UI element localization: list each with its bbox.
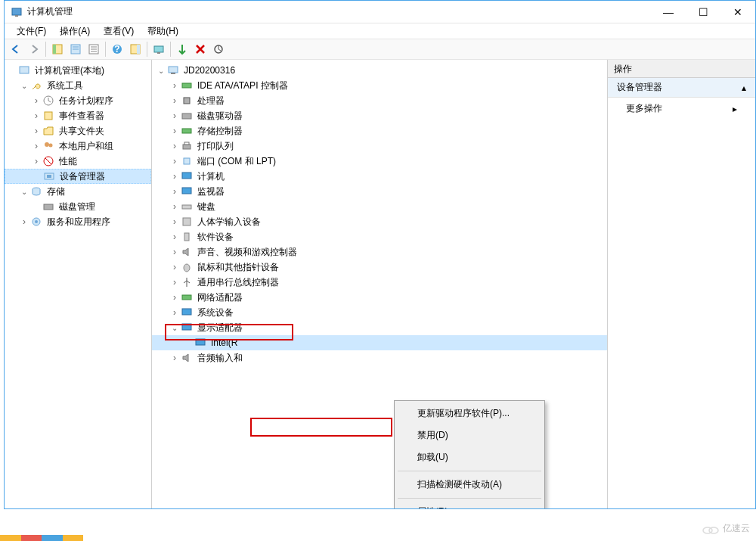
services-icon xyxy=(30,216,42,228)
device-ports[interactable]: 端口 (COM 和 LPT) xyxy=(152,154,607,169)
cpu-icon xyxy=(181,95,193,107)
cm-update-driver[interactable]: 更新驱动程序软件(P)... xyxy=(396,403,543,424)
cm-properties[interactable]: 属性(R) xyxy=(396,501,543,508)
svg-point-50 xyxy=(709,527,718,533)
device-root[interactable]: JD20200316 xyxy=(152,63,607,78)
event-icon xyxy=(42,110,54,122)
back-button[interactable] xyxy=(7,40,25,58)
mouse-icon xyxy=(181,261,193,273)
svg-point-21 xyxy=(45,142,49,147)
maximize-button[interactable]: ☐ xyxy=(686,1,720,23)
hid-icon xyxy=(181,216,193,228)
svg-point-22 xyxy=(49,144,53,148)
tree-storage[interactable]: 存储 xyxy=(5,184,151,199)
printer-icon xyxy=(181,140,193,152)
users-icon xyxy=(42,140,54,152)
storage-icon xyxy=(30,185,42,197)
svg-rect-16 xyxy=(157,52,160,54)
tree-local-users[interactable]: 本地用户和组 xyxy=(5,138,151,154)
system-device-icon xyxy=(181,306,193,319)
actions-section[interactable]: 设备管理器 ▴ xyxy=(608,78,755,98)
tree-device-manager[interactable]: 设备管理器 xyxy=(5,169,151,184)
device-disk-drives[interactable]: 磁盘驱动器 xyxy=(152,108,607,123)
clock-icon xyxy=(42,95,54,107)
ide-icon xyxy=(181,79,193,92)
tree-disk-management[interactable]: 磁盘管理 xyxy=(5,199,151,214)
svg-rect-37 xyxy=(184,142,189,145)
tree-task-scheduler[interactable]: 任务计划程序 xyxy=(5,93,151,108)
show-hide-tree-button[interactable] xyxy=(48,40,67,58)
minimize-button[interactable]: — xyxy=(651,1,686,23)
device-storage-controllers[interactable]: 存储控制器 xyxy=(152,123,607,138)
svg-rect-30 xyxy=(169,67,178,73)
cm-uninstall[interactable]: 卸载(U) xyxy=(396,446,543,468)
cm-scan[interactable]: 扫描检测硬件改动(A) xyxy=(396,474,543,496)
sound-icon xyxy=(181,246,193,258)
svg-rect-46 xyxy=(182,309,191,315)
menu-file[interactable]: 文件(F) xyxy=(11,23,52,39)
svg-rect-48 xyxy=(196,339,205,345)
monitor-icon xyxy=(181,170,193,182)
watermark: 亿速云 xyxy=(702,522,750,535)
close-button[interactable]: ✕ xyxy=(720,1,755,23)
device-software[interactable]: 软件设备 xyxy=(152,229,607,244)
help-button[interactable]: ? xyxy=(108,40,126,58)
tree-root[interactable]: 计算机管理(本地) xyxy=(5,63,151,78)
device-network[interactable]: 网络适配器 xyxy=(152,290,607,305)
menu-view[interactable]: 查看(V) xyxy=(98,23,140,39)
action-pane-button[interactable] xyxy=(126,40,144,58)
svg-rect-20 xyxy=(45,112,52,120)
usb-icon xyxy=(181,276,193,288)
properties-button[interactable] xyxy=(67,40,85,58)
tree-shared-folders[interactable]: 共享文件夹 xyxy=(5,123,151,138)
svg-text:?: ? xyxy=(114,44,119,54)
svg-rect-42 xyxy=(183,218,191,225)
disable-button[interactable] xyxy=(191,40,209,58)
chevron-right-icon: ▸ xyxy=(733,104,737,114)
device-intel-gpu[interactable]: Intel(R xyxy=(152,335,607,350)
device-sound[interactable]: 声音、视频和游戏控制器 xyxy=(152,244,607,260)
export-list-button[interactable] xyxy=(85,40,103,58)
console-tree[interactable]: 计算机管理(本地) 系统工具 任务计划程序 事件查看器 xyxy=(5,60,152,508)
svg-rect-34 xyxy=(182,113,191,119)
svg-rect-39 xyxy=(182,173,191,179)
collapse-icon: ▴ xyxy=(742,82,746,93)
device-tree-pane[interactable]: JD20200316 IDE ATA/ATAPI 控制器 处理器 磁盘驱动器 存… xyxy=(152,60,608,508)
tree-event-viewer[interactable]: 事件查看器 xyxy=(5,108,151,123)
device-processors[interactable]: 处理器 xyxy=(152,93,607,108)
svg-rect-18 xyxy=(20,67,29,73)
tree-system-tools[interactable]: 系统工具 xyxy=(5,78,151,93)
device-monitors[interactable]: 监视器 xyxy=(152,184,607,199)
device-print-queues[interactable]: 打印队列 xyxy=(152,138,607,154)
device-display-adapters[interactable]: 显示适配器 xyxy=(152,320,607,335)
svg-rect-14 xyxy=(137,45,140,54)
toolbar: ? xyxy=(5,39,755,60)
device-hid[interactable]: 人体学输入设备 xyxy=(152,214,607,229)
update-driver-button[interactable] xyxy=(209,40,228,58)
menu-action[interactable]: 操作(A) xyxy=(54,23,96,39)
disk-drive-icon xyxy=(181,110,193,122)
scan-hardware-button[interactable] xyxy=(150,40,168,58)
device-ide[interactable]: IDE ATA/ATAPI 控制器 xyxy=(152,78,607,93)
enable-button[interactable] xyxy=(173,40,191,58)
svg-rect-45 xyxy=(182,295,191,300)
device-mice[interactable]: 鼠标和其他指针设备 xyxy=(152,260,607,275)
action-more[interactable]: 更多操作 ▸ xyxy=(608,98,755,120)
cm-disable[interactable]: 禁用(D) xyxy=(396,424,543,446)
device-computers[interactable]: 计算机 xyxy=(152,169,607,184)
device-keyboards[interactable]: 键盘 xyxy=(152,199,607,214)
monitor-icon xyxy=(181,185,193,197)
tree-performance[interactable]: 性能 xyxy=(5,154,151,169)
taskbar-hint xyxy=(0,535,83,541)
device-usb[interactable]: 通用串行总线控制器 xyxy=(152,275,607,290)
tools-icon xyxy=(30,79,42,92)
menu-help[interactable]: 帮助(H) xyxy=(141,23,184,39)
svg-rect-31 xyxy=(171,73,175,74)
svg-rect-15 xyxy=(154,46,163,52)
tree-services-apps[interactable]: 服务和应用程序 xyxy=(5,214,151,229)
device-system[interactable]: 系统设备 xyxy=(152,305,607,320)
audio-icon xyxy=(181,352,193,364)
device-audio-io[interactable]: 音频输入和 xyxy=(152,350,607,365)
forward-button[interactable] xyxy=(25,40,43,58)
window-title: 计算机管理 xyxy=(27,5,651,18)
